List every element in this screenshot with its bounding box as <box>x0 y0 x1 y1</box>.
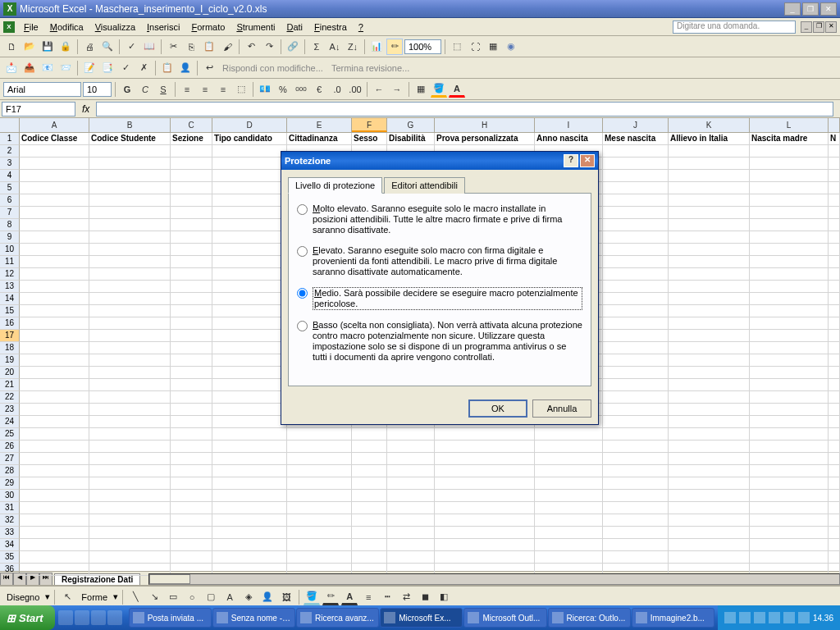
wordart-icon[interactable]: A <box>221 589 238 605</box>
inc-decimal-icon[interactable]: .0 <box>329 81 345 98</box>
help-search[interactable]: Digitare una domanda. <box>673 21 796 34</box>
cell[interactable] <box>603 416 669 428</box>
row-header[interactable]: 14 <box>0 293 20 305</box>
picture-icon[interactable]: 🖼 <box>278 589 294 605</box>
cell[interactable] <box>669 244 750 256</box>
cell[interactable] <box>535 428 603 441</box>
cell[interactable] <box>89 207 171 219</box>
bold-button[interactable]: G <box>119 81 135 98</box>
cell[interactable] <box>435 428 535 441</box>
rev-icon-11[interactable]: ↩ <box>201 60 217 76</box>
menu-formato[interactable]: Formato <box>185 21 231 34</box>
cell[interactable] <box>212 527 287 539</box>
cell[interactable] <box>750 502 829 514</box>
help-icon[interactable]: ◉ <box>503 39 519 55</box>
cell[interactable] <box>387 465 435 477</box>
cell[interactable] <box>669 305 750 317</box>
cell[interactable] <box>287 551 352 564</box>
cell[interactable] <box>352 502 387 514</box>
undo-icon[interactable]: ↶ <box>243 39 259 55</box>
cell[interactable] <box>20 490 89 502</box>
cell[interactable] <box>20 539 89 551</box>
cell[interactable] <box>89 354 171 367</box>
cell[interactable] <box>750 465 829 477</box>
cell[interactable] <box>387 477 435 490</box>
open-icon[interactable]: 📂 <box>21 39 38 55</box>
cell[interactable] <box>750 158 829 170</box>
merge-icon[interactable]: ⬚ <box>233 81 249 98</box>
cell[interactable] <box>750 342 829 354</box>
cell[interactable] <box>89 490 171 502</box>
cell[interactable] <box>20 256 89 268</box>
close-button[interactable]: ✕ <box>820 2 837 16</box>
cell[interactable] <box>89 379 171 391</box>
cell[interactable] <box>669 539 750 551</box>
cell[interactable] <box>535 477 603 490</box>
row-header[interactable]: 28 <box>0 465 20 477</box>
cell[interactable] <box>20 158 89 170</box>
oval-icon[interactable]: ○ <box>184 589 200 605</box>
cell[interactable] <box>89 404 171 416</box>
cell[interactable] <box>603 194 669 207</box>
row-header[interactable]: 17 <box>0 330 20 342</box>
cell[interactable] <box>603 502 669 514</box>
cell[interactable] <box>20 514 89 527</box>
cell[interactable]: Sezione <box>171 133 212 145</box>
cell[interactable] <box>212 219 287 231</box>
row-header[interactable]: 18 <box>0 342 20 354</box>
dialog-tab[interactable]: Editori attendibili <box>384 177 465 194</box>
cell[interactable] <box>171 527 212 539</box>
end-review[interactable]: Termina revisione... <box>328 63 413 73</box>
cell[interactable] <box>603 207 669 219</box>
row-header[interactable]: 3 <box>0 158 20 170</box>
minimize-button[interactable]: _ <box>784 2 801 16</box>
restore-button[interactable]: ❐ <box>802 2 819 16</box>
cell[interactable] <box>352 490 387 502</box>
cell[interactable] <box>669 231 750 244</box>
format-painter-icon[interactable]: 🖌 <box>219 39 235 55</box>
security-radio[interactable] <box>297 246 308 257</box>
cell[interactable] <box>750 256 829 268</box>
row-header[interactable]: 11 <box>0 256 20 268</box>
cell[interactable] <box>669 219 750 231</box>
cell[interactable] <box>171 465 212 477</box>
menu-inserisci[interactable]: Inserisci <box>141 21 185 34</box>
menu-strumenti[interactable]: Strumenti <box>231 21 281 34</box>
column-header[interactable]: F <box>352 118 387 132</box>
cell[interactable] <box>603 256 669 268</box>
dialog-help-button[interactable]: ? <box>564 154 578 167</box>
select-all-corner[interactable] <box>0 118 20 132</box>
cell[interactable] <box>171 342 212 354</box>
row-header[interactable]: 4 <box>0 170 20 182</box>
cell[interactable] <box>603 145 669 158</box>
cell[interactable] <box>352 441 387 453</box>
new-icon[interactable]: 🗋 <box>3 39 20 55</box>
rev-icon-2[interactable]: 📤 <box>21 60 38 76</box>
cell[interactable] <box>603 527 669 539</box>
row-header[interactable]: 21 <box>0 379 20 391</box>
cell[interactable] <box>603 244 669 256</box>
column-header[interactable]: C <box>171 118 212 132</box>
rev-icon-8[interactable]: ✗ <box>135 60 152 76</box>
cell[interactable] <box>669 145 750 158</box>
cell[interactable] <box>171 477 212 490</box>
cell[interactable] <box>750 182 829 194</box>
row-header[interactable]: 24 <box>0 416 20 428</box>
cell[interactable] <box>287 477 352 490</box>
cell[interactable] <box>387 490 435 502</box>
cell[interactable] <box>89 391 171 404</box>
rev-icon-10[interactable]: 👤 <box>177 60 194 76</box>
cell[interactable] <box>387 428 435 441</box>
cell[interactable] <box>603 330 669 342</box>
rev-icon-5[interactable]: 📝 <box>81 60 98 76</box>
cell[interactable] <box>603 453 669 465</box>
quicklaunch-icon[interactable] <box>58 610 73 625</box>
cell[interactable] <box>750 490 829 502</box>
cell[interactable] <box>287 465 352 477</box>
cell[interactable] <box>20 379 89 391</box>
chart-icon[interactable]: 📊 <box>368 39 385 55</box>
cell[interactable] <box>89 170 171 182</box>
cell[interactable] <box>750 416 829 428</box>
cancel-button[interactable]: Annulla <box>532 399 591 418</box>
row-header[interactable]: 27 <box>0 453 20 465</box>
